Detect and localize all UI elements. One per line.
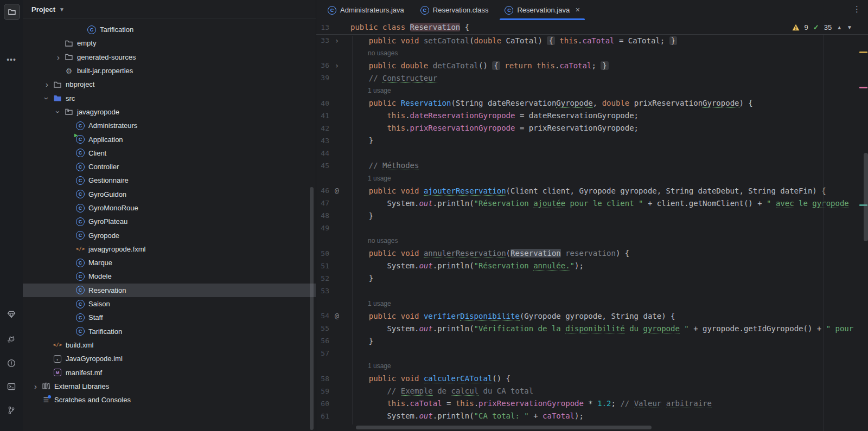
- usages-inlay[interactable]: 1 usage: [316, 359, 868, 372]
- code-line-33[interactable]: 33› public void setCaTotal(double CaTota…: [316, 34, 868, 47]
- code-line-40[interactable]: 40 public Reservation(String dateReserva…: [316, 97, 868, 109]
- tool-button-project[interactable]: [4, 4, 20, 20]
- project-panel-header[interactable]: Project ▼: [23, 0, 316, 19]
- tool-button-version-control[interactable]: [4, 403, 19, 418]
- tab-options-kebab-icon[interactable]: ⋮: [853, 5, 861, 13]
- class-icon: C: [75, 259, 85, 267]
- editor-vertical-scrollbar[interactable]: [864, 153, 868, 241]
- stripe-mark[interactable]: [859, 52, 867, 53]
- sticky-line-13[interactable]: 13public class Reservation {: [316, 20, 868, 35]
- tool-button-terminal[interactable]: [4, 379, 19, 394]
- tree-item-application[interactable]: C▶Application: [23, 132, 316, 146]
- code-line-57[interactable]: 57: [316, 347, 868, 359]
- close-tab-icon[interactable]: ✕: [575, 7, 580, 14]
- tree-item-gyropode[interactable]: CGyropode: [23, 228, 316, 242]
- tree-item-generated-sources[interactable]: ›generated-sources: [23, 50, 316, 64]
- code-line-59[interactable]: 59 // Exemple de calcul du CA total: [316, 385, 868, 397]
- code-line-46[interactable]: 46@ public void ajouterReservation(Clien…: [316, 184, 868, 197]
- tree-item-src[interactable]: ›src: [23, 91, 316, 105]
- code-line-45[interactable]: 45 // Méthodes: [316, 159, 868, 172]
- next-problem-chevron-down-icon[interactable]: ▼: [847, 24, 852, 30]
- tool-button-more-tools[interactable]: •••: [4, 52, 19, 67]
- tab-reservation-java[interactable]: CReservation.java✕: [496, 0, 588, 20]
- tree-item-saison[interactable]: CSaison: [23, 297, 316, 311]
- code-line-41[interactable]: 41 this.dateReservationGyropode = dateRe…: [316, 110, 868, 122]
- chevron-right-icon[interactable]: ›: [53, 53, 64, 61]
- code-line-54[interactable]: 54@ public void verifierDisponibilite(Gy…: [316, 310, 868, 322]
- usages-inlay[interactable]: 1 usage: [316, 84, 868, 97]
- code-line-58[interactable]: 58 public void calculerCATotal() {: [316, 372, 868, 385]
- usages-inlay[interactable]: 1 usage: [316, 297, 868, 310]
- tree-item-client[interactable]: CClient: [23, 146, 316, 160]
- tree-item-tarification[interactable]: CTarification: [23, 325, 316, 338]
- code-line-50[interactable]: 50 public void annulerReservation(Reserv…: [316, 247, 868, 260]
- tree-item-empty[interactable]: empty: [23, 36, 316, 50]
- tree-item-controller[interactable]: CController: [23, 160, 316, 173]
- tree-item-administrateurs[interactable]: CAdministrateurs: [23, 119, 316, 132]
- code-line-42[interactable]: 42 this.prixReservationGyropode = prixRe…: [316, 122, 868, 134]
- tree-item-javagyropode-iml[interactable]: ▪JavaGyropode.iml: [23, 352, 316, 365]
- tree-item-marque[interactable]: CMarque: [23, 256, 316, 269]
- line-number: 48: [316, 211, 329, 220]
- gutter: 13: [316, 23, 350, 31]
- project-tree-scrollbar[interactable]: [310, 187, 314, 430]
- tree-item-javagyropode-fxml[interactable]: </>javagyropode.fxml: [23, 242, 316, 256]
- code-line-56[interactable]: 56 }: [316, 334, 868, 347]
- tree-item-gyroguidon[interactable]: CGyroGuidon: [23, 188, 316, 201]
- prev-problem-chevron-up-icon[interactable]: ▲: [837, 24, 842, 30]
- tool-button-problems[interactable]: [4, 356, 19, 371]
- gutter: 45: [316, 162, 350, 170]
- code-line-43[interactable]: 43 }: [316, 134, 868, 147]
- code-line-55[interactable]: 55 System.out.println("Vérification de l…: [316, 322, 868, 334]
- tree-item-staff[interactable]: CStaff: [23, 311, 316, 324]
- chevron-right-icon[interactable]: ›: [41, 80, 53, 88]
- tree-item-gestionnaire[interactable]: CGestionnaire: [23, 173, 316, 187]
- tree-item-reservation[interactable]: CReservation: [23, 284, 316, 297]
- tab-reservation-class[interactable]: CReservation.class: [412, 0, 497, 20]
- line-number: 40: [316, 99, 329, 107]
- usages-inlay[interactable]: 1 usage: [316, 172, 868, 184]
- annotation-gutter-icon[interactable]: @: [329, 312, 344, 320]
- tree-item-tarification[interactable]: CTarification: [23, 23, 316, 36]
- usages-inlay[interactable]: no usages: [316, 235, 868, 247]
- stripe-mark[interactable]: [859, 87, 867, 88]
- tool-button-ai-assistant[interactable]: [4, 307, 19, 322]
- tree-item-external-libraries[interactable]: ›External Libraries: [23, 379, 316, 393]
- code-line-36[interactable]: 36› public double detCaTotal() { return …: [316, 59, 868, 72]
- code-line-39[interactable]: 39 // Constructeur: [316, 72, 868, 84]
- tree-item-built-jar-properties[interactable]: ⚙built-jar.properties: [23, 64, 316, 78]
- tree-item-javagyropode[interactable]: ›javagyropode: [23, 105, 316, 119]
- tree-item-gyromonoroue[interactable]: CGyroMonoRoue: [23, 201, 316, 215]
- code-line-44[interactable]: 44: [316, 147, 868, 159]
- code-line-61[interactable]: 61 System.out.println("CA total: " + caT…: [316, 410, 868, 422]
- tree-item-gyroplateau[interactable]: CGyroPlateau: [23, 215, 316, 228]
- editor-horizontal-scrollbar[interactable]: [356, 426, 652, 429]
- fold-chevron-icon[interactable]: ›: [329, 36, 344, 45]
- code-line-49[interactable]: 49: [316, 222, 868, 234]
- annotation-gutter-icon[interactable]: @: [329, 186, 344, 195]
- code-line-13[interactable]: 13public class Reservation {: [316, 21, 469, 33]
- chevron-down-icon[interactable]: ›: [53, 108, 64, 116]
- code-line-48[interactable]: 48 }: [316, 209, 868, 222]
- code-line-47[interactable]: 47 System.out.println("Réservation ajout…: [316, 197, 868, 209]
- tree-item-scratches-and-consoles[interactable]: ☰Scratches and Consoles: [23, 393, 316, 407]
- tree-item-manifest-mf[interactable]: Mmanifest.mf: [23, 365, 316, 379]
- code-line-51[interactable]: 51 System.out.println("Réservation annul…: [316, 260, 868, 272]
- usages-inlay[interactable]: no usages: [316, 47, 868, 59]
- code-editor[interactable]: 33› public void setCaTotal(double CaTota…: [316, 34, 868, 422]
- class-icon: C: [75, 231, 85, 240]
- code-line-60[interactable]: 60 this.caTotal = this.prixReservationGy…: [316, 397, 868, 410]
- tree-item-nbproject[interactable]: ›nbproject: [23, 78, 316, 91]
- tree-item-modele[interactable]: CModele: [23, 269, 316, 283]
- class-icon: C: [75, 176, 85, 185]
- chevron-down-icon[interactable]: ›: [41, 94, 53, 102]
- fold-chevron-icon[interactable]: ›: [329, 61, 344, 70]
- tool-button-plugin-cat[interactable]: [4, 332, 19, 348]
- chevron-right-icon[interactable]: ›: [30, 382, 41, 390]
- tree-item-build-xml[interactable]: </>build.xml: [23, 338, 316, 352]
- tab-administrateurs-java[interactable]: CAdministrateurs.java: [320, 0, 412, 20]
- usages-inlay-text: 1 usage: [368, 362, 391, 370]
- code-line-53[interactable]: 53: [316, 285, 868, 297]
- inspections-widget[interactable]: 9 ✓ 35 ▲ ▼: [792, 22, 852, 32]
- code-line-52[interactable]: 52 }: [316, 272, 868, 285]
